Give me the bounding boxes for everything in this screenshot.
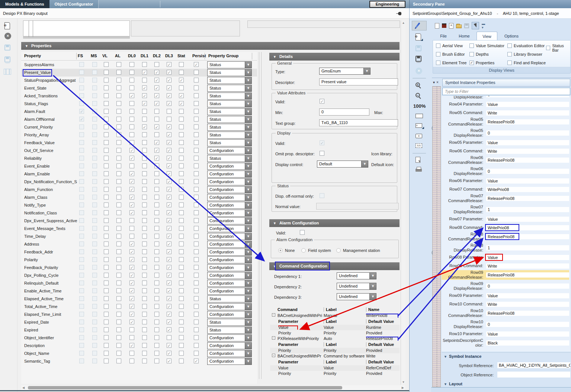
align-grid-icon[interactable]: + xyxy=(416,123,422,128)
checkbox[interactable] xyxy=(92,312,97,317)
checkbox[interactable] xyxy=(92,140,97,145)
checkbox[interactable] xyxy=(179,327,184,332)
table-row[interactable]: Notify_TypeConfiguration▼ xyxy=(21,201,257,209)
checkbox[interactable] xyxy=(116,78,121,82)
checkbox[interactable] xyxy=(79,210,84,215)
checkbox[interactable] xyxy=(116,171,121,176)
checkbox[interactable] xyxy=(104,187,109,192)
radio-none[interactable] xyxy=(278,248,283,253)
checkbox[interactable] xyxy=(79,124,84,129)
checkbox[interactable] xyxy=(92,132,97,137)
column-header[interactable]: Parameter xyxy=(278,342,322,347)
checkbox[interactable] xyxy=(129,257,134,262)
checkbox[interactable] xyxy=(179,257,184,262)
checkbox[interactable] xyxy=(167,265,171,270)
checkbox[interactable] xyxy=(194,70,199,75)
chevron-down-icon[interactable]: ▼ xyxy=(245,124,251,130)
property-group-dropdown[interactable]: Status▼ xyxy=(207,85,252,92)
checkbox[interactable] xyxy=(167,312,171,317)
checkbox[interactable] xyxy=(79,203,84,207)
chevron-down-icon[interactable]: ▼ xyxy=(245,148,251,154)
open-folder-icon[interactable] xyxy=(456,25,462,28)
projector-icon[interactable]: ˄˄ xyxy=(416,143,422,148)
checkbox[interactable] xyxy=(179,124,184,129)
checkbox[interactable] xyxy=(142,343,147,348)
column-header[interactable]: FS xyxy=(78,54,83,58)
checkbox[interactable] xyxy=(154,249,159,254)
property-value[interactable]: Value xyxy=(486,217,569,222)
checkbox[interactable] xyxy=(194,327,199,332)
table-row[interactable]: Alarm_FunctionConfiguration▼ xyxy=(21,186,257,194)
property-group-dropdown[interactable]: Configuration▼ xyxy=(207,350,252,357)
checkbox[interactable] xyxy=(167,351,171,356)
checkbox[interactable] xyxy=(116,335,121,340)
checkbox[interactable] xyxy=(179,351,184,356)
checkbox[interactable] xyxy=(154,242,159,246)
property-group-dropdown[interactable]: Configuration▼ xyxy=(207,163,252,170)
checkbox[interactable] xyxy=(142,187,147,192)
checkbox[interactable] xyxy=(116,109,121,114)
property-row[interactable]: Row06 DisplayRelease:0 xyxy=(442,166,569,176)
more-commands-icon[interactable]: ▬▾ xyxy=(482,22,485,29)
checkbox[interactable] xyxy=(116,187,121,192)
property-row[interactable]: Row05 DisplayRelease:0 xyxy=(442,128,569,138)
property-group-dropdown[interactable]: Status▼ xyxy=(207,100,252,107)
checkbox[interactable] xyxy=(167,140,171,145)
checkbox[interactable] xyxy=(104,195,109,200)
checkbox[interactable] xyxy=(154,327,159,332)
checkbox[interactable] xyxy=(167,288,171,293)
checkbox[interactable] xyxy=(104,320,109,324)
chevron-down-icon[interactable]: ▼ xyxy=(245,93,251,99)
checkbox[interactable] xyxy=(129,210,134,215)
checkbox[interactable] xyxy=(129,187,134,192)
table-row[interactable]: Total_Active_TimeConfiguration▼ xyxy=(21,303,257,311)
checkbox[interactable] xyxy=(179,343,184,348)
checkbox[interactable] xyxy=(116,101,121,106)
checkbox[interactable] xyxy=(142,327,147,332)
property-group-dropdown[interactable]: Status▼ xyxy=(207,124,252,131)
chevron-down-icon[interactable]: ▼ xyxy=(245,335,251,341)
checkbox[interactable] xyxy=(179,335,184,340)
checkbox[interactable] xyxy=(104,93,109,98)
column-header[interactable]: VL xyxy=(102,54,108,58)
checkbox[interactable] xyxy=(167,117,171,122)
checkbox[interactable] xyxy=(129,359,134,363)
checkbox[interactable] xyxy=(116,132,121,137)
checkbox[interactable] xyxy=(194,156,199,161)
chevron-down-icon[interactable]: ▼ xyxy=(245,171,251,177)
vertical-scrollbar[interactable]: ▲ ▼ xyxy=(401,20,405,385)
chevron-down-icon[interactable]: ▼ xyxy=(245,210,251,216)
command-configuration-header[interactable]: ▼Command Configuration xyxy=(269,262,400,270)
column-header[interactable]: Command xyxy=(278,307,323,312)
checkbox[interactable] xyxy=(129,234,134,239)
property-group-dropdown[interactable]: Configuration▼ xyxy=(207,256,252,263)
checkbox[interactable] xyxy=(116,281,121,285)
checkbox[interactable] xyxy=(142,171,147,176)
property-group-dropdown[interactable]: Configuration▼ xyxy=(207,342,252,349)
chevron-down-icon[interactable]: ▼ xyxy=(245,116,251,123)
tab-object-configurator[interactable]: Object Configurator xyxy=(49,0,99,8)
checkbox[interactable] xyxy=(129,218,134,223)
checkbox[interactable] xyxy=(194,234,199,239)
checkbox[interactable] xyxy=(167,320,171,324)
checkbox[interactable] xyxy=(142,312,147,317)
property-row[interactable]: Row04 Parameter:Value xyxy=(442,102,569,107)
checkbox[interactable] xyxy=(116,117,121,122)
checkbox[interactable] xyxy=(194,78,199,82)
checkbox[interactable] xyxy=(104,257,109,262)
checkbox[interactable] xyxy=(92,210,97,215)
checkbox[interactable] xyxy=(179,281,184,285)
save-as-icon[interactable] xyxy=(416,56,421,62)
checkbox[interactable] xyxy=(154,171,159,176)
checkbox[interactable] xyxy=(194,140,199,145)
checkbox[interactable] xyxy=(92,124,97,129)
checkbox[interactable] xyxy=(92,109,97,114)
table-row[interactable]: Dpx_Event_Suppress_ActiveConfiguration▼ xyxy=(21,217,257,225)
table-row[interactable]: Feedback_AddrConfiguration▼ xyxy=(21,248,257,256)
property-row[interactable]: Row05 CommandRelease:ReleasePrio08 xyxy=(442,117,569,127)
checkbox[interactable] xyxy=(92,249,97,254)
checkbox[interactable] xyxy=(79,85,84,90)
checkbox[interactable] xyxy=(116,218,121,223)
property-row[interactable]: Row06 CommandRelease:ReleasePrio08 xyxy=(442,155,569,165)
checkbox[interactable] xyxy=(154,335,159,340)
